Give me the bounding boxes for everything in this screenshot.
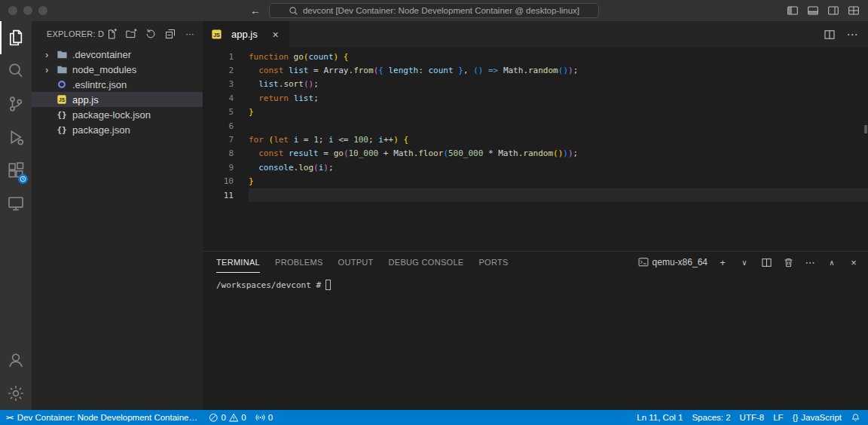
eol-indicator[interactable]: LF	[769, 410, 787, 425]
accounts-button[interactable]	[0, 344, 32, 377]
new-terminal-icon[interactable]: +	[716, 255, 729, 269]
tree-item-.devcontainer[interactable]: ›.devcontainer	[32, 47, 203, 62]
minimize-window-button[interactable]	[23, 6, 32, 15]
customize-layout-icon[interactable]	[847, 4, 860, 17]
line-text: function go(count) {	[234, 52, 348, 62]
source-control-icon	[7, 95, 25, 113]
activity-explorer-button[interactable]	[0, 21, 32, 54]
tree-item-package-lock.json[interactable]: {}package-lock.json	[32, 107, 203, 122]
code-line-7[interactable]: 7for (let i = 1; i <= 100; i++) {	[203, 133, 868, 146]
panel-tab-ports[interactable]: PORTS	[478, 252, 508, 273]
code-line-3[interactable]: 3 list.sort();	[203, 78, 868, 91]
new-folder-icon[interactable]	[124, 27, 138, 41]
titlebar: ← → devcont [Dev Container: Node Develop…	[0, 0, 868, 21]
terminal-icon	[638, 257, 649, 268]
problems-indicator[interactable]: 0 0	[204, 410, 251, 425]
line-number: 11	[203, 191, 234, 200]
language-indicator[interactable]: {} JavaScript	[788, 410, 846, 425]
settings-button[interactable]	[0, 377, 32, 410]
panel-more-icon[interactable]: ⋯	[803, 255, 817, 269]
eol-label: LF	[773, 413, 783, 422]
editor-more-icon[interactable]: ⋯	[845, 28, 859, 41]
toggle-panel-icon[interactable]	[806, 4, 820, 17]
line-number: 10	[203, 176, 234, 186]
code-line-8[interactable]: 8 const result = go(10_000 + Math.floor(…	[203, 147, 868, 161]
workbench: EXPLORER: D…	[0, 21, 868, 410]
line-text: }	[234, 176, 254, 186]
file-name: .devcontainer	[72, 49, 131, 60]
code-line-2[interactable]: 2 const list = Array.from({ length: coun…	[203, 63, 868, 77]
tree-item-app.js[interactable]: JSapp.js	[32, 92, 203, 107]
code-line-11[interactable]: 11	[203, 188, 868, 202]
tab-close-icon[interactable]: ×	[270, 29, 282, 41]
braces-icon: {}	[793, 413, 799, 422]
line-text: const list = Array.from({ length: count …	[234, 66, 578, 75]
panel-tab-problems[interactable]: PROBLEMS	[275, 252, 323, 273]
file-tree: ›.devcontainer›node_modules.eslintrc.jso…	[32, 47, 203, 137]
chevron-right-icon[interactable]: ›	[45, 65, 56, 75]
panel-tabs: TERMINALPROBLEMSOUTPUTDEBUG CONSOLEPORTS	[216, 252, 524, 273]
remote-indicator[interactable]: >< Dev Container: Node Development Conta…	[0, 410, 204, 425]
line-number: 4	[203, 93, 234, 103]
notifications-indicator[interactable]	[846, 410, 868, 425]
activity-extensions-button[interactable]	[0, 154, 32, 187]
encoding-indicator[interactable]: UTF-8	[735, 410, 769, 425]
code-editor[interactable]: 1function go(count) {2 const list = Arra…	[203, 47, 868, 251]
tree-item-node_modules[interactable]: ›node_modules	[32, 62, 203, 77]
command-center[interactable]: devcont [Dev Container: Node Development…	[269, 3, 599, 18]
tab-label: app.js	[231, 29, 258, 40]
vscode-window: ← → devcont [Dev Container: Node Develop…	[0, 0, 868, 425]
split-terminal-icon[interactable]	[760, 255, 773, 269]
svg-text:JS: JS	[213, 32, 220, 38]
command-center-text: devcont [Dev Container: Node Development…	[303, 6, 579, 15]
terminal-dropdown-icon[interactable]: ∨	[738, 255, 751, 269]
ports-indicator[interactable]: 0	[251, 410, 277, 425]
toggle-secondary-sidebar-icon[interactable]	[827, 4, 840, 17]
tree-item-.eslintrc.json[interactable]: .eslintrc.json	[32, 77, 203, 92]
tree-item-package.json[interactable]: {}package.json	[32, 122, 203, 137]
terminal-shell-selector[interactable]: qemu-x86_64	[638, 257, 708, 268]
activity-bar-spacer	[0, 220, 32, 344]
status-bar: >< Dev Container: Node Development Conta…	[0, 410, 868, 425]
toggle-sidebar-icon[interactable]	[786, 4, 799, 17]
radio-tower-icon	[255, 413, 265, 422]
collapse-folders-icon[interactable]	[164, 27, 177, 41]
code-line-4[interactable]: 4 return list;	[203, 91, 868, 105]
code-line-10[interactable]: 10}	[203, 175, 868, 188]
bottom-panel: TERMINALPROBLEMSOUTPUTDEBUG CONSOLEPORTS…	[203, 251, 868, 410]
panel-tab-terminal[interactable]: TERMINAL	[216, 252, 260, 273]
more-actions-icon[interactable]: ⋯	[183, 27, 197, 41]
json-icon: {}	[56, 109, 68, 121]
maximize-panel-icon[interactable]: ∧	[825, 255, 839, 269]
line-number: 1	[203, 52, 234, 62]
activity-remote-explorer-button[interactable]	[0, 187, 32, 220]
close-panel-icon[interactable]: ×	[847, 255, 860, 269]
activity-source-control-button[interactable]	[0, 87, 32, 121]
line-text: for (let i = 1; i <= 100; i++) {	[234, 135, 408, 145]
code-line-6[interactable]: 6	[203, 119, 868, 133]
close-window-button[interactable]	[8, 6, 17, 15]
terminal[interactable]: /workspaces/devcont #	[203, 273, 868, 410]
ports-count: 0	[268, 413, 273, 422]
code-lines: 1function go(count) {2 const list = Arra…	[203, 50, 868, 202]
activity-search-button[interactable]	[0, 54, 32, 87]
activity-run-debug-button[interactable]	[0, 121, 32, 154]
cursor-position-indicator[interactable]: Ln 11, Col 1	[632, 410, 687, 425]
zoom-window-button[interactable]	[38, 6, 47, 15]
remote-explorer-icon	[7, 194, 25, 212]
refresh-icon[interactable]	[144, 27, 157, 41]
indentation-indicator[interactable]: Spaces: 2	[687, 410, 735, 425]
panel-tab-debug-console[interactable]: DEBUG CONSOLE	[389, 252, 464, 273]
line-text: console.log(i);	[234, 163, 334, 173]
explorer-sidebar: EXPLORER: D…	[32, 21, 203, 410]
chevron-right-icon[interactable]: ›	[45, 50, 56, 60]
split-editor-icon[interactable]	[823, 28, 836, 41]
new-file-icon[interactable]	[105, 27, 118, 41]
code-line-9[interactable]: 9 console.log(i);	[203, 161, 868, 174]
panel-tab-output[interactable]: OUTPUT	[338, 252, 374, 273]
tab-app-js[interactable]: JS app.js ×	[203, 21, 289, 47]
code-line-5[interactable]: 5}	[203, 105, 868, 119]
back-icon[interactable]: ←	[250, 5, 261, 17]
kill-terminal-icon[interactable]	[781, 255, 795, 269]
code-line-1[interactable]: 1function go(count) {	[203, 50, 868, 63]
